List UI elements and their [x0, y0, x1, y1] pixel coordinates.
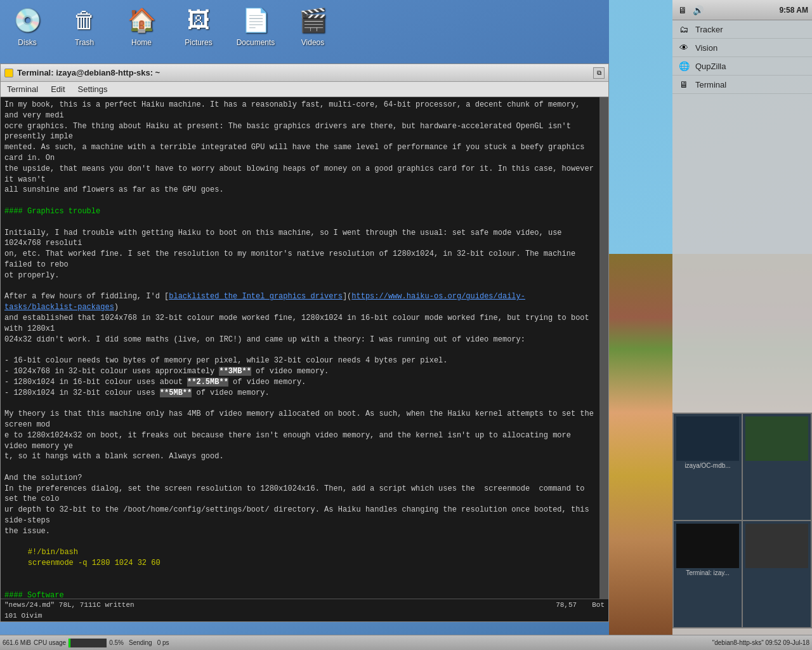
- terminal-title: Terminal: izaya@debian8-http-sks: ~: [17, 68, 589, 77]
- trash-icon: 🗑: [69, 5, 100, 36]
- terminal-text-content[interactable]: In my book, this is a perfect Haiku mach…: [1, 97, 599, 599]
- terminal-pre: In my book, this is a perfect Haiku mach…: [4, 100, 596, 599]
- copy-button[interactable]: ⧉: [593, 67, 605, 79]
- tray-time: 9:58 AM: [779, 6, 808, 15]
- terminal-content-area: In my book, this is a perfect Haiku mach…: [1, 97, 608, 599]
- menu-terminal[interactable]: Terminal: [1, 82, 44, 96]
- videos-icon: 🎬: [298, 5, 328, 36]
- thumb-preview-3: [676, 524, 739, 568]
- thumb-label-1: izaya/OC-mdb...: [676, 462, 739, 469]
- bottom-datetime: "debian8-http-sks" 09:52 09-Jul-18: [712, 639, 809, 646]
- cpu-fill: [69, 639, 70, 647]
- thumbnail-1[interactable]: izaya/OC-mdb...: [674, 414, 742, 520]
- bold-3mb: **3MB**: [219, 367, 251, 376]
- terminal-scrollbar[interactable]: [599, 97, 608, 599]
- thumbnail-4[interactable]: [743, 521, 811, 627]
- launcher-qupzilla-label: QupZilla: [695, 62, 726, 71]
- cpu-bar: [69, 639, 107, 647]
- terminal-statusbar: "news/24.md" 78L, 7111C written 78,57 Bo…: [1, 599, 608, 610]
- documents-label: Documents: [237, 38, 275, 47]
- desktop-icon-documents[interactable]: 📄 Documents: [233, 5, 278, 47]
- thumbnail-3[interactable]: Terminal: izay...: [674, 521, 742, 627]
- tracker-icon: 🗂: [678, 23, 690, 36]
- launcher-item-vision[interactable]: 👁 Vision: [672, 39, 812, 57]
- home-icon: 🏠: [126, 5, 157, 36]
- pictures-icon: 🖼: [183, 5, 214, 36]
- disks-label: Disks: [18, 38, 36, 47]
- desktop-icon-trash[interactable]: 🗑 Trash: [62, 5, 107, 47]
- pictures-label: Pictures: [185, 38, 212, 47]
- system-tray: 🖥 🔊 9:58 AM: [672, 0, 812, 20]
- terminal-icon: 🖥: [678, 78, 690, 91]
- code-shebang: #!/bin/bash screenmode -q 1280 1024 32 6…: [4, 547, 596, 569]
- memory-display: 661.6 MiB: [3, 639, 31, 646]
- desktop-icon-home[interactable]: 🏠 Home: [119, 5, 164, 47]
- cmdline-text: 101 Oivim: [4, 612, 42, 620]
- desktop-icons-area: 💿 Disks 🗑 Trash 🏠 Home 🖼 Pictures 📄 Docu…: [5, 5, 335, 47]
- cpu-label: CPU usage: [34, 639, 66, 646]
- statusbar-position: 78,57: [556, 601, 577, 609]
- desktop: 💿 Disks 🗑 Trash 🏠 Home 🖼 Pictures 📄 Docu…: [0, 0, 812, 650]
- bold-2.5mb: **2.5MB**: [187, 378, 228, 387]
- thumbnail-2[interactable]: [743, 414, 811, 520]
- terminal-cmdline: 101 Oivim: [1, 610, 608, 621]
- desktop-icon-disks[interactable]: 💿 Disks: [5, 5, 49, 47]
- cpu-pct: 0.5%: [109, 639, 124, 646]
- disks-icon: 💿: [12, 5, 43, 36]
- thumb-preview-4: [745, 524, 808, 568]
- thumb-preview-2: [745, 416, 808, 461]
- menu-edit[interactable]: Edit: [44, 82, 71, 96]
- launcher-item-terminal[interactable]: 🖥 Terminal: [672, 76, 812, 94]
- vision-icon: 👁: [678, 41, 690, 54]
- tray-icon-sound: 🔊: [691, 4, 704, 17]
- launcher-item-tracker[interactable]: 🗂 Tracker: [672, 20, 812, 39]
- home-label: Home: [131, 38, 152, 47]
- terminal-window: Terminal: izaya@debian8-http-sks: ~ ⧉ Te…: [0, 63, 609, 622]
- documents-icon: 📄: [240, 5, 271, 36]
- launcher-terminal-label: Terminal: [695, 80, 726, 90]
- bold-5mb: **5MB**: [160, 388, 192, 397]
- trash-label: Trash: [75, 38, 94, 47]
- net-value: 0 ps: [157, 639, 169, 646]
- menu-settings[interactable]: Settings: [72, 82, 114, 96]
- launcher-tracker-label: Tracker: [695, 25, 723, 34]
- terminal-titlebar: Terminal: izaya@debian8-http-sks: ~ ⧉: [1, 64, 608, 82]
- desktop-icon-pictures[interactable]: 🖼 Pictures: [176, 5, 221, 47]
- heading-graphics-trouble: #### Graphics trouble: [4, 207, 100, 216]
- desktop-icon-videos[interactable]: 🎬 Videos: [291, 5, 335, 47]
- title-led: [4, 69, 13, 77]
- right-panel: 🖥 🔊 9:58 AM 🗂 Tracker 👁 Vision 🌐 QupZill…: [672, 0, 812, 650]
- terminal-menubar: Terminal Edit Settings: [1, 82, 608, 97]
- statusbar-file: "news/24.md" 78L, 7111C written: [4, 601, 553, 609]
- thumb-preview-1: [676, 416, 739, 461]
- blacklist-link[interactable]: blacklisted the Intel graphics drivers: [169, 292, 343, 301]
- heading-software: #### Software: [4, 591, 64, 599]
- qupzilla-icon: 🌐: [678, 60, 690, 72]
- thumbnails-area: izaya/OC-mdb... Terminal: izay...: [672, 413, 812, 628]
- tray-icon-monitor: 🖥: [676, 4, 689, 17]
- videos-label: Videos: [301, 38, 324, 47]
- thumb-label-3: Terminal: izay...: [676, 569, 739, 576]
- statusbar-mode: Bot: [592, 601, 605, 609]
- launcher-item-qupzilla[interactable]: 🌐 QupZilla: [672, 57, 812, 76]
- launcher-vision-label: Vision: [695, 43, 717, 53]
- net-label: Sending: [129, 639, 152, 646]
- bottom-bar: 661.6 MiB CPU usage 0.5% Sending 0 ps "d…: [0, 635, 812, 650]
